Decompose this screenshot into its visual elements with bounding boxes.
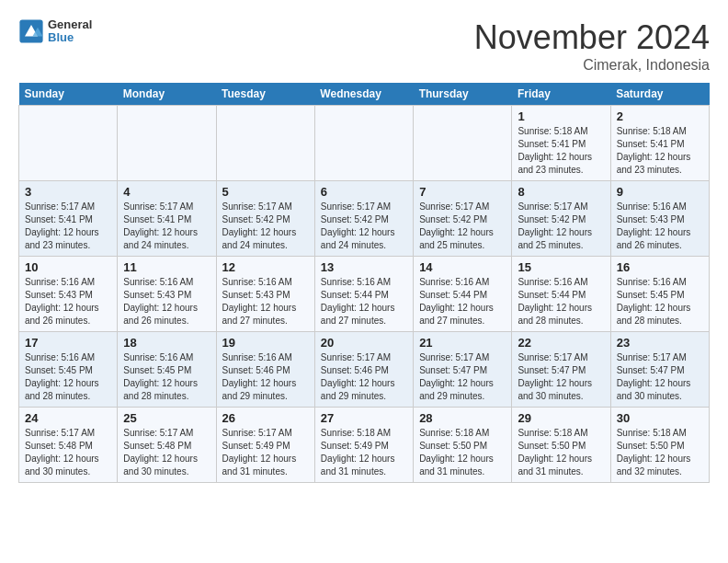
day-number: 25 [123, 411, 210, 425]
day-number: 2 [617, 109, 703, 123]
day-info: Sunrise: 5:17 AM Sunset: 5:42 PM Dayligh… [321, 201, 407, 252]
calendar-cell: 1Sunrise: 5:18 AM Sunset: 5:41 PM Daylig… [512, 106, 610, 181]
page-title: November 2024 [474, 18, 710, 57]
calendar-cell: 28Sunrise: 5:18 AM Sunset: 5:50 PM Dayli… [414, 408, 512, 483]
day-number: 14 [419, 260, 506, 274]
day-number: 30 [617, 411, 703, 425]
day-number: 24 [25, 411, 111, 425]
calendar-cell: 18Sunrise: 5:16 AM Sunset: 5:45 PM Dayli… [118, 332, 216, 408]
calendar-cell: 6Sunrise: 5:17 AM Sunset: 5:42 PM Daylig… [314, 181, 413, 257]
day-number: 18 [123, 336, 210, 350]
day-number: 13 [321, 260, 407, 274]
calendar-cell: 16Sunrise: 5:16 AM Sunset: 5:45 PM Dayli… [610, 257, 709, 332]
calendar-cell: 8Sunrise: 5:17 AM Sunset: 5:42 PM Daylig… [512, 181, 610, 257]
day-number: 11 [123, 260, 210, 274]
day-number: 22 [518, 336, 604, 350]
day-info: Sunrise: 5:17 AM Sunset: 5:48 PM Dayligh… [25, 427, 111, 478]
calendar-week-row: 17Sunrise: 5:16 AM Sunset: 5:45 PM Dayli… [19, 332, 710, 408]
day-number: 19 [222, 336, 309, 350]
calendar-cell [216, 106, 314, 181]
calendar-week-row: 10Sunrise: 5:16 AM Sunset: 5:43 PM Dayli… [19, 257, 710, 332]
day-info: Sunrise: 5:17 AM Sunset: 5:49 PM Dayligh… [222, 427, 309, 478]
day-info: Sunrise: 5:17 AM Sunset: 5:42 PM Dayligh… [419, 201, 506, 252]
day-info: Sunrise: 5:16 AM Sunset: 5:43 PM Dayligh… [222, 276, 309, 327]
calendar-cell: 10Sunrise: 5:16 AM Sunset: 5:43 PM Dayli… [19, 257, 118, 332]
calendar-table: SundayMondayTuesdayWednesdayThursdayFrid… [18, 83, 710, 483]
calendar-cell: 7Sunrise: 5:17 AM Sunset: 5:42 PM Daylig… [414, 181, 512, 257]
day-info: Sunrise: 5:17 AM Sunset: 5:46 PM Dayligh… [321, 351, 407, 403]
logo: General Blue [18, 18, 92, 45]
day-number: 16 [617, 260, 703, 274]
day-info: Sunrise: 5:18 AM Sunset: 5:50 PM Dayligh… [617, 427, 703, 478]
day-number: 15 [518, 260, 604, 274]
calendar-cell: 3Sunrise: 5:17 AM Sunset: 5:41 PM Daylig… [19, 181, 118, 257]
day-info: Sunrise: 5:17 AM Sunset: 5:47 PM Dayligh… [419, 351, 506, 403]
day-info: Sunrise: 5:16 AM Sunset: 5:43 PM Dayligh… [123, 276, 210, 327]
calendar-cell: 11Sunrise: 5:16 AM Sunset: 5:43 PM Dayli… [118, 257, 216, 332]
calendar-cell: 24Sunrise: 5:17 AM Sunset: 5:48 PM Dayli… [19, 408, 118, 483]
calendar-cell: 21Sunrise: 5:17 AM Sunset: 5:47 PM Dayli… [414, 332, 512, 408]
calendar-cell: 12Sunrise: 5:16 AM Sunset: 5:43 PM Dayli… [216, 257, 314, 332]
weekday-header-row: SundayMondayTuesdayWednesdayThursdayFrid… [19, 83, 710, 106]
day-number: 27 [321, 411, 407, 425]
day-number: 4 [123, 185, 210, 199]
calendar-cell: 9Sunrise: 5:16 AM Sunset: 5:43 PM Daylig… [610, 181, 709, 257]
day-number: 21 [419, 336, 506, 350]
calendar-cell [414, 106, 512, 181]
logo-text: General Blue [48, 18, 92, 45]
day-info: Sunrise: 5:16 AM Sunset: 5:46 PM Dayligh… [222, 351, 309, 403]
day-number: 8 [518, 185, 604, 199]
weekday-header-cell: Thursday [414, 83, 512, 106]
day-number: 20 [321, 336, 407, 350]
weekday-header-cell: Tuesday [216, 83, 314, 106]
calendar-cell: 19Sunrise: 5:16 AM Sunset: 5:46 PM Dayli… [216, 332, 314, 408]
day-number: 23 [617, 336, 703, 350]
title-block: November 2024 Cimerak, Indonesia [474, 18, 710, 74]
weekday-header-cell: Sunday [19, 83, 118, 106]
day-info: Sunrise: 5:16 AM Sunset: 5:44 PM Dayligh… [321, 276, 407, 327]
calendar-week-row: 24Sunrise: 5:17 AM Sunset: 5:48 PM Dayli… [19, 408, 710, 483]
calendar-cell [314, 106, 413, 181]
weekday-header-cell: Saturday [610, 83, 709, 106]
day-info: Sunrise: 5:18 AM Sunset: 5:49 PM Dayligh… [321, 427, 407, 478]
day-info: Sunrise: 5:16 AM Sunset: 5:43 PM Dayligh… [25, 276, 111, 327]
day-number: 9 [617, 185, 703, 199]
calendar-cell: 15Sunrise: 5:16 AM Sunset: 5:44 PM Dayli… [512, 257, 610, 332]
calendar-cell [118, 106, 216, 181]
day-number: 26 [222, 411, 309, 425]
calendar-body: 1Sunrise: 5:18 AM Sunset: 5:41 PM Daylig… [19, 106, 710, 483]
weekday-header-cell: Friday [512, 83, 610, 106]
calendar-week-row: 1Sunrise: 5:18 AM Sunset: 5:41 PM Daylig… [19, 106, 710, 181]
day-info: Sunrise: 5:16 AM Sunset: 5:45 PM Dayligh… [617, 276, 703, 327]
calendar-cell: 17Sunrise: 5:16 AM Sunset: 5:45 PM Dayli… [19, 332, 118, 408]
day-number: 29 [518, 411, 604, 425]
logo-icon [18, 18, 44, 44]
day-info: Sunrise: 5:17 AM Sunset: 5:42 PM Dayligh… [222, 201, 309, 252]
calendar-cell: 27Sunrise: 5:18 AM Sunset: 5:49 PM Dayli… [314, 408, 413, 483]
day-info: Sunrise: 5:17 AM Sunset: 5:48 PM Dayligh… [123, 427, 210, 478]
day-number: 6 [321, 185, 407, 199]
day-number: 3 [25, 185, 111, 199]
day-info: Sunrise: 5:17 AM Sunset: 5:42 PM Dayligh… [518, 201, 604, 252]
day-info: Sunrise: 5:17 AM Sunset: 5:47 PM Dayligh… [518, 351, 604, 403]
day-info: Sunrise: 5:17 AM Sunset: 5:41 PM Dayligh… [123, 201, 210, 252]
calendar-cell: 13Sunrise: 5:16 AM Sunset: 5:44 PM Dayli… [314, 257, 413, 332]
calendar-cell [19, 106, 118, 181]
day-info: Sunrise: 5:16 AM Sunset: 5:44 PM Dayligh… [419, 276, 506, 327]
calendar-cell: 22Sunrise: 5:17 AM Sunset: 5:47 PM Dayli… [512, 332, 610, 408]
day-number: 12 [222, 260, 309, 274]
day-number: 17 [25, 336, 111, 350]
day-info: Sunrise: 5:16 AM Sunset: 5:45 PM Dayligh… [123, 351, 210, 403]
calendar-cell: 20Sunrise: 5:17 AM Sunset: 5:46 PM Dayli… [314, 332, 413, 408]
day-info: Sunrise: 5:18 AM Sunset: 5:41 PM Dayligh… [518, 125, 604, 177]
day-number: 1 [518, 109, 604, 123]
day-info: Sunrise: 5:17 AM Sunset: 5:41 PM Dayligh… [25, 201, 111, 252]
day-number: 7 [419, 185, 506, 199]
day-info: Sunrise: 5:18 AM Sunset: 5:50 PM Dayligh… [518, 427, 604, 478]
day-info: Sunrise: 5:16 AM Sunset: 5:44 PM Dayligh… [518, 276, 604, 327]
calendar-cell: 14Sunrise: 5:16 AM Sunset: 5:44 PM Dayli… [414, 257, 512, 332]
weekday-header-cell: Wednesday [314, 83, 413, 106]
calendar-week-row: 3Sunrise: 5:17 AM Sunset: 5:41 PM Daylig… [19, 181, 710, 257]
calendar-cell: 2Sunrise: 5:18 AM Sunset: 5:41 PM Daylig… [610, 106, 709, 181]
page-subtitle: Cimerak, Indonesia [474, 57, 710, 74]
